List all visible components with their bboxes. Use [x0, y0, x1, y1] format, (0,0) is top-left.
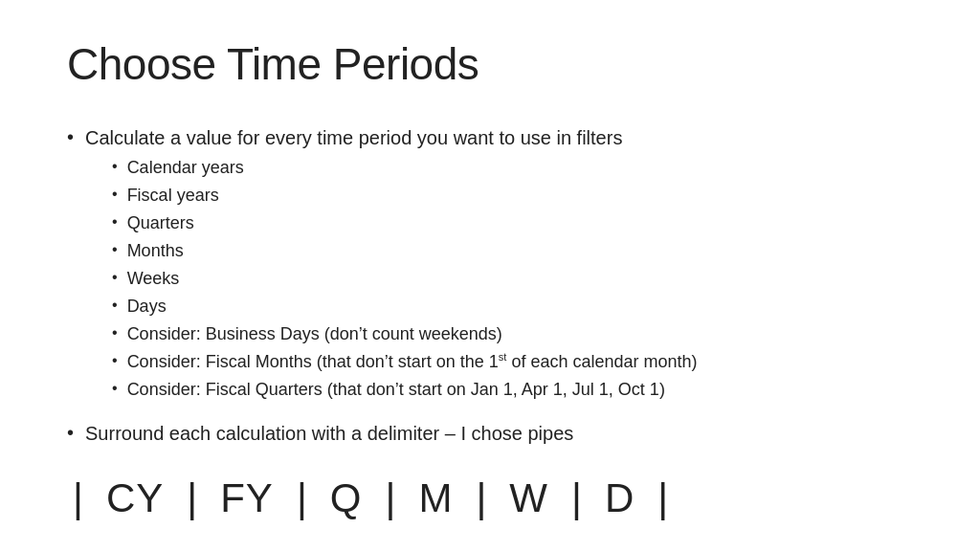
sub-bullet-weeks-text: Weeks: [127, 266, 180, 292]
main-bullet-1: • Calculate a value for every time perio…: [67, 124, 913, 407]
sub-bullet-days-text: Days: [127, 294, 167, 320]
delimiter-m: M: [401, 475, 470, 521]
sub-list: • Calendar years • Fiscal years • Quarte…: [112, 155, 697, 403]
delimiter-pipe-5: |: [470, 475, 492, 521]
sub-bullet-months: • Months: [112, 238, 697, 264]
sub-bullet-business-days-text: Consider: Business Days (don’t count wee…: [127, 321, 502, 347]
delimiter-fy: FY: [203, 475, 291, 521]
main-content: • Calculate a value for every time perio…: [67, 124, 913, 521]
delimiter-w: W: [492, 475, 566, 521]
sub-bullet-marker: •: [112, 241, 118, 258]
delimiter-pipe-7: |: [652, 475, 674, 521]
sub-bullet-marker: •: [112, 158, 118, 175]
page-title: Choose Time Periods: [67, 38, 913, 90]
delimiter-d: D: [588, 475, 652, 521]
sub-bullet-fiscal-months-text: Consider: Fiscal Months (that don’t star…: [127, 349, 698, 375]
sub-bullet-marker: •: [112, 297, 118, 314]
sub-bullet-marker: •: [112, 186, 118, 203]
delimiter-pipe-4: |: [379, 475, 401, 521]
delimiter-pipe-2: |: [181, 475, 203, 521]
sub-bullet-calendar-years: • Calendar years: [112, 155, 697, 181]
bullet-marker-2: •: [67, 422, 74, 444]
sub-bullet-marker: •: [112, 324, 118, 342]
sub-bullet-fiscal-years: • Fiscal years: [112, 183, 697, 209]
sub-bullet-quarters: • Quarters: [112, 210, 697, 236]
sub-bullet-fiscal-years-text: Fiscal years: [127, 183, 219, 209]
delimiter-cy: CY: [89, 475, 181, 521]
delimiter-pipe-3: |: [291, 475, 313, 521]
sub-bullet-fiscal-quarters-text: Consider: Fiscal Quarters (that don’t st…: [127, 377, 665, 403]
sub-bullet-business-days: • Consider: Business Days (don’t count w…: [112, 321, 697, 347]
sub-bullet-quarters-text: Quarters: [127, 210, 194, 236]
sub-bullet-months-text: Months: [127, 238, 184, 264]
sub-bullet-marker: •: [112, 269, 118, 286]
main-bullet-2-text: Surround each calculation with a delimit…: [85, 420, 573, 447]
main-bullet-2: • Surround each calculation with a delim…: [67, 420, 913, 447]
sub-bullet-marker: •: [112, 352, 118, 369]
bullet-marker-1: •: [67, 126, 74, 148]
sub-bullet-marker: •: [112, 380, 118, 397]
delimiter-pipe-6: |: [566, 475, 588, 521]
sub-bullet-fiscal-months: • Consider: Fiscal Months (that don’t st…: [112, 349, 697, 375]
sub-bullet-calendar-years-text: Calendar years: [127, 155, 244, 181]
delimiter-q: Q: [313, 475, 380, 521]
sub-bullet-fiscal-quarters: • Consider: Fiscal Quarters (that don’t …: [112, 377, 697, 403]
sub-bullet-days: • Days: [112, 294, 697, 320]
sub-bullet-marker: •: [112, 213, 118, 231]
sub-bullet-weeks: • Weeks: [112, 266, 697, 292]
delimiter-pipe-1: |: [67, 475, 89, 521]
main-bullet-1-text: Calculate a value for every time period …: [85, 127, 622, 148]
delimiter-row: | CY | FY | Q | M | W | D |: [67, 475, 913, 521]
